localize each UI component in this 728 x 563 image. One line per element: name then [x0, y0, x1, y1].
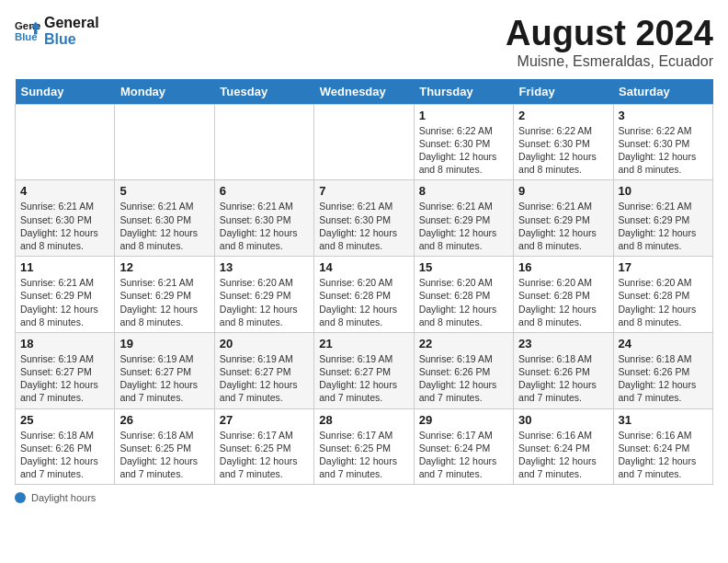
- day-detail: Sunrise: 6:21 AM Sunset: 6:30 PM Dayligh…: [220, 200, 309, 252]
- calendar-cell: 9Sunrise: 6:21 AM Sunset: 6:29 PM Daylig…: [514, 180, 613, 257]
- page-header: General Blue General Blue August 2024 Mu…: [15, 15, 713, 70]
- day-detail: Sunrise: 6:21 AM Sunset: 6:29 PM Dayligh…: [119, 276, 209, 328]
- calendar-cell: 30Sunrise: 6:16 AM Sunset: 6:24 PM Dayli…: [514, 408, 613, 485]
- weekday-header-saturday: Saturday: [613, 79, 712, 105]
- day-detail: Sunrise: 6:19 AM Sunset: 6:27 PM Dayligh…: [220, 352, 309, 405]
- day-detail: Sunrise: 6:20 AM Sunset: 6:28 PM Dayligh…: [518, 276, 608, 328]
- calendar-cell: 24Sunrise: 6:18 AM Sunset: 6:26 PM Dayli…: [613, 332, 712, 408]
- day-number: 17: [619, 260, 708, 274]
- calendar-cell: [214, 104, 313, 180]
- day-detail: Sunrise: 6:19 AM Sunset: 6:26 PM Dayligh…: [419, 352, 508, 405]
- calendar-cell: 19Sunrise: 6:19 AM Sunset: 6:27 PM Dayli…: [115, 332, 214, 408]
- calendar-cell: 11Sunrise: 6:21 AM Sunset: 6:29 PM Dayli…: [16, 257, 115, 333]
- weekday-header-thursday: Thursday: [414, 79, 513, 105]
- calendar-week-row: 1Sunrise: 6:22 AM Sunset: 6:30 PM Daylig…: [16, 104, 713, 180]
- footer-note: Daylight hours: [15, 492, 713, 503]
- calendar-cell: 16Sunrise: 6:20 AM Sunset: 6:28 PM Dayli…: [514, 257, 613, 333]
- calendar-week-row: 18Sunrise: 6:19 AM Sunset: 6:27 PM Dayli…: [16, 332, 713, 408]
- calendar-cell: 26Sunrise: 6:18 AM Sunset: 6:25 PM Dayli…: [115, 408, 214, 485]
- calendar-cell: 23Sunrise: 6:18 AM Sunset: 6:26 PM Dayli…: [514, 332, 613, 408]
- day-number: 26: [119, 413, 209, 427]
- calendar-cell: 27Sunrise: 6:17 AM Sunset: 6:25 PM Dayli…: [214, 408, 313, 485]
- day-number: 21: [319, 337, 408, 350]
- calendar-cell: 22Sunrise: 6:19 AM Sunset: 6:26 PM Dayli…: [414, 332, 513, 408]
- footer-dot-icon: [15, 492, 26, 503]
- day-detail: Sunrise: 6:20 AM Sunset: 6:28 PM Dayligh…: [319, 276, 408, 328]
- day-detail: Sunrise: 6:18 AM Sunset: 6:26 PM Dayligh…: [20, 429, 109, 481]
- calendar-cell: 25Sunrise: 6:18 AM Sunset: 6:26 PM Dayli…: [16, 408, 115, 485]
- day-detail: Sunrise: 6:21 AM Sunset: 6:30 PM Dayligh…: [20, 200, 109, 252]
- day-detail: Sunrise: 6:20 AM Sunset: 6:28 PM Dayligh…: [419, 276, 508, 328]
- day-detail: Sunrise: 6:19 AM Sunset: 6:27 PM Dayligh…: [319, 352, 408, 405]
- day-number: 20: [220, 337, 309, 350]
- day-number: 24: [619, 337, 708, 350]
- calendar-cell: 18Sunrise: 6:19 AM Sunset: 6:27 PM Dayli…: [16, 332, 115, 408]
- footer-label: Daylight hours: [31, 492, 96, 503]
- weekday-header-monday: Monday: [115, 79, 214, 105]
- day-detail: Sunrise: 6:17 AM Sunset: 6:24 PM Dayligh…: [419, 429, 508, 481]
- title-block: August 2024 Muisne, Esmeraldas, Ecuador: [506, 15, 713, 70]
- day-detail: Sunrise: 6:22 AM Sunset: 6:30 PM Dayligh…: [619, 124, 708, 177]
- day-detail: Sunrise: 6:22 AM Sunset: 6:30 PM Dayligh…: [518, 124, 608, 177]
- weekday-header-tuesday: Tuesday: [214, 79, 313, 105]
- day-number: 29: [419, 413, 508, 427]
- weekday-header-row: SundayMondayTuesdayWednesdayThursdayFrid…: [16, 79, 713, 105]
- day-detail: Sunrise: 6:21 AM Sunset: 6:29 PM Dayligh…: [419, 200, 508, 252]
- day-number: 25: [20, 413, 109, 427]
- logo-text-blue: Blue: [44, 31, 99, 48]
- day-number: 4: [20, 184, 109, 198]
- day-number: 3: [619, 109, 708, 122]
- calendar-cell: 1Sunrise: 6:22 AM Sunset: 6:30 PM Daylig…: [414, 104, 513, 180]
- day-number: 18: [20, 337, 109, 350]
- day-number: 31: [619, 413, 708, 427]
- day-detail: Sunrise: 6:17 AM Sunset: 6:25 PM Dayligh…: [220, 429, 309, 481]
- day-number: 1: [419, 109, 508, 122]
- calendar-cell: 2Sunrise: 6:22 AM Sunset: 6:30 PM Daylig…: [514, 104, 613, 180]
- calendar-cell: 10Sunrise: 6:21 AM Sunset: 6:29 PM Dayli…: [613, 180, 712, 257]
- day-number: 8: [419, 184, 508, 198]
- calendar-cell: 17Sunrise: 6:20 AM Sunset: 6:28 PM Dayli…: [613, 257, 712, 333]
- day-number: 6: [220, 184, 309, 198]
- calendar-cell: [16, 104, 115, 180]
- calendar-cell: 5Sunrise: 6:21 AM Sunset: 6:30 PM Daylig…: [115, 180, 214, 257]
- location-subtitle: Muisne, Esmeraldas, Ecuador: [506, 53, 713, 70]
- day-detail: Sunrise: 6:21 AM Sunset: 6:30 PM Dayligh…: [319, 200, 408, 252]
- calendar-cell: [314, 104, 414, 180]
- calendar-cell: 6Sunrise: 6:21 AM Sunset: 6:30 PM Daylig…: [214, 180, 313, 257]
- calendar-cell: 14Sunrise: 6:20 AM Sunset: 6:28 PM Dayli…: [314, 257, 414, 333]
- day-number: 16: [518, 260, 608, 274]
- day-detail: Sunrise: 6:21 AM Sunset: 6:30 PM Dayligh…: [119, 200, 209, 252]
- day-number: 11: [20, 260, 109, 274]
- day-detail: Sunrise: 6:18 AM Sunset: 6:26 PM Dayligh…: [619, 352, 708, 405]
- calendar-cell: 31Sunrise: 6:16 AM Sunset: 6:24 PM Dayli…: [613, 408, 712, 485]
- calendar-cell: 29Sunrise: 6:17 AM Sunset: 6:24 PM Dayli…: [414, 408, 513, 485]
- day-detail: Sunrise: 6:20 AM Sunset: 6:28 PM Dayligh…: [619, 276, 708, 328]
- calendar-cell: 8Sunrise: 6:21 AM Sunset: 6:29 PM Daylig…: [414, 180, 513, 257]
- calendar-cell: 15Sunrise: 6:20 AM Sunset: 6:28 PM Dayli…: [414, 257, 513, 333]
- calendar-week-row: 25Sunrise: 6:18 AM Sunset: 6:26 PM Dayli…: [16, 408, 713, 485]
- day-number: 2: [518, 109, 608, 122]
- calendar-week-row: 11Sunrise: 6:21 AM Sunset: 6:29 PM Dayli…: [16, 257, 713, 333]
- day-detail: Sunrise: 6:16 AM Sunset: 6:24 PM Dayligh…: [518, 429, 608, 481]
- day-number: 28: [319, 413, 408, 427]
- calendar-cell: 3Sunrise: 6:22 AM Sunset: 6:30 PM Daylig…: [613, 104, 712, 180]
- day-detail: Sunrise: 6:20 AM Sunset: 6:29 PM Dayligh…: [220, 276, 309, 328]
- calendar-cell: 4Sunrise: 6:21 AM Sunset: 6:30 PM Daylig…: [16, 180, 115, 257]
- day-number: 15: [419, 260, 508, 274]
- day-number: 10: [619, 184, 708, 198]
- svg-text:Blue: Blue: [15, 30, 38, 41]
- day-detail: Sunrise: 6:17 AM Sunset: 6:25 PM Dayligh…: [319, 429, 408, 481]
- month-year-title: August 2024: [506, 15, 713, 53]
- day-number: 9: [518, 184, 608, 198]
- calendar-week-row: 4Sunrise: 6:21 AM Sunset: 6:30 PM Daylig…: [16, 180, 713, 257]
- calendar-cell: 28Sunrise: 6:17 AM Sunset: 6:25 PM Dayli…: [314, 408, 414, 485]
- day-detail: Sunrise: 6:21 AM Sunset: 6:29 PM Dayligh…: [20, 276, 109, 328]
- day-number: 12: [119, 260, 209, 274]
- day-detail: Sunrise: 6:18 AM Sunset: 6:26 PM Dayligh…: [518, 352, 608, 405]
- day-number: 19: [119, 337, 209, 350]
- weekday-header-friday: Friday: [514, 79, 613, 105]
- weekday-header-sunday: Sunday: [16, 79, 115, 105]
- weekday-header-wednesday: Wednesday: [314, 79, 414, 105]
- day-detail: Sunrise: 6:19 AM Sunset: 6:27 PM Dayligh…: [20, 352, 109, 405]
- calendar-cell: 12Sunrise: 6:21 AM Sunset: 6:29 PM Dayli…: [115, 257, 214, 333]
